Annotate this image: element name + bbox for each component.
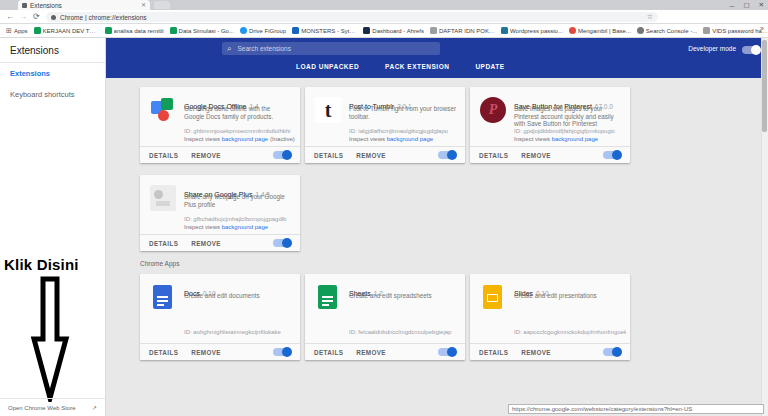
inspect-views: Inspect views background page xyxy=(514,136,598,142)
bookmark-item[interactable]: DAFTAR IDN POKER xyxy=(430,27,495,34)
extensions-sidebar: Extensions Extensions Keyboard shortcuts… xyxy=(0,38,106,416)
page-favicon xyxy=(703,27,710,34)
maximize-icon[interactable]: ▢ xyxy=(743,1,749,9)
extension-id: ID: gpdjojdkbbmdfjfahjcgigfpmkopogic xyxy=(514,128,626,134)
extension-description: Save images and pages to your Pinterest … xyxy=(514,105,622,128)
sidebar-item-keyboard-shortcuts[interactable]: Keyboard shortcuts xyxy=(0,84,105,105)
status-url-tooltip: https://chrome.google.com/webstore/categ… xyxy=(508,404,764,414)
annotation-klik-disini: Klik Disini xyxy=(4,256,79,273)
browser-tab-extensions[interactable]: Extensions ✕ xyxy=(18,0,150,10)
extension-description: Get things done offline with the Google … xyxy=(184,105,292,120)
tumblr-icon: t xyxy=(315,97,341,123)
close-icon[interactable]: ✕ xyxy=(759,1,764,9)
sheets-favicon xyxy=(34,27,41,34)
remove-button[interactable]: REMOVE xyxy=(191,240,221,247)
bookmark-item[interactable]: Data Simulasi - Go... xyxy=(170,27,234,34)
extension-card-share-on-google-plus: Share on Google Plus1.4.5 Share any webp… xyxy=(140,175,300,251)
apps-shortcut[interactable]: ⊞ Apps xyxy=(6,27,28,34)
remove-button[interactable]: REMOVE xyxy=(191,349,221,356)
extensions-page-icon xyxy=(22,3,27,8)
background-page-link[interactable]: background page xyxy=(387,136,433,142)
bookmark-star-icon[interactable]: ☆ xyxy=(647,13,653,21)
details-button[interactable]: DETAILS xyxy=(479,349,508,356)
bookmark-item[interactable]: Wordpress passio... xyxy=(501,27,563,34)
remove-button[interactable]: REMOVE xyxy=(521,152,551,159)
extension-card-google-docs-offline: Google Docs Offline1.4 Get things done o… xyxy=(140,87,300,163)
load-unpacked-button[interactable]: LOAD UNPACKED xyxy=(296,63,359,70)
background-page-link[interactable]: background page xyxy=(222,136,268,142)
enable-toggle[interactable] xyxy=(273,151,291,159)
bookmark-item[interactable]: VIDS password han... xyxy=(703,27,768,34)
remove-button[interactable]: REMOVE xyxy=(521,349,551,356)
extension-id: ID: ghbmnnjooekpmoecnnnilnnbdlolhkhi xyxy=(184,128,296,134)
bookmarks-overflow-icon[interactable]: » xyxy=(760,25,764,32)
open-chrome-web-store-link[interactable]: Open Chrome Web Store ↗ xyxy=(0,398,105,416)
app-card-docs: Docs0.10 Create and edit documents ID: a… xyxy=(140,274,300,360)
extensions-header: ⌕ Developer mode LOAD UNPACKED PACK EXTE… xyxy=(106,38,768,78)
back-icon[interactable]: ← xyxy=(6,12,14,22)
extension-description: Share any webpage on your Google Plus pr… xyxy=(184,193,292,208)
pack-extension-button[interactable]: PACK EXTENSION xyxy=(385,63,449,70)
remove-button[interactable]: REMOVE xyxy=(356,349,386,356)
extension-id: ID: gfbchadbojcjmhajlclbcmpojgpagdlb xyxy=(184,216,296,222)
developer-mode-toggle[interactable] xyxy=(742,46,760,54)
minimize-icon[interactable]: ─ xyxy=(730,2,735,9)
drive-favicon xyxy=(240,27,247,34)
search-input[interactable] xyxy=(235,44,435,53)
bookmark-item[interactable]: Drive FiGroup xyxy=(240,27,286,34)
site-info-icon[interactable] xyxy=(51,15,56,20)
ahrefs-favicon xyxy=(363,27,370,34)
details-button[interactable]: DETAILS xyxy=(149,152,178,159)
sheets-favicon xyxy=(105,27,112,34)
details-button[interactable]: DETAILS xyxy=(149,349,178,356)
update-button[interactable]: UPDATE xyxy=(475,63,504,70)
extension-card-save-button-for-pinterest: P Save Button for Pinterest67.0.0 Save i… xyxy=(470,87,630,163)
address-url: Chrome | chrome://extensions xyxy=(60,14,643,21)
background-page-link[interactable]: background page xyxy=(552,136,598,142)
inspect-views: Inspect views background page xyxy=(184,224,268,230)
enable-toggle[interactable] xyxy=(603,151,621,159)
details-button[interactable]: DETAILS xyxy=(314,349,343,356)
scrollbar-thumb[interactable] xyxy=(762,40,767,132)
sidebar-item-extensions[interactable]: Extensions xyxy=(0,63,105,84)
bookmark-item[interactable]: KERJAAN DEV TRAY xyxy=(34,27,99,34)
inspect-views: Inspect views background page xyxy=(349,136,433,142)
google-docs-offline-icon xyxy=(150,97,176,123)
extension-description: Post to Tumblr right from your browser t… xyxy=(349,105,457,120)
remove-button[interactable]: REMOVE xyxy=(356,152,386,159)
extension-card-post-to-tumblr: t Post to Tumblr2.0.1 Post to Tumblr rig… xyxy=(305,87,465,163)
address-bar[interactable]: Chrome | chrome://extensions ☆ xyxy=(46,12,658,22)
developer-mode-label: Developer mode xyxy=(688,45,736,52)
bookmark-item[interactable]: Search Console -... xyxy=(637,27,697,34)
enable-toggle[interactable] xyxy=(438,348,456,356)
enable-toggle[interactable] xyxy=(273,239,291,247)
sheets-favicon xyxy=(170,27,177,34)
bookmark-item[interactable]: analisa data remitli xyxy=(105,27,164,34)
page-favicon xyxy=(430,27,437,34)
pinterest-icon: P xyxy=(480,97,506,123)
forward-icon[interactable]: → xyxy=(19,12,27,22)
details-button[interactable]: DETAILS xyxy=(314,152,343,159)
new-tab-button[interactable] xyxy=(154,1,170,9)
enable-toggle[interactable] xyxy=(438,151,456,159)
enable-toggle[interactable] xyxy=(273,348,291,356)
bookmark-item[interactable]: Mengambil | Base... xyxy=(569,27,631,34)
search-console-favicon xyxy=(637,27,644,34)
background-page-link[interactable]: background page xyxy=(222,224,268,230)
google-docs-icon xyxy=(153,285,172,309)
reload-icon[interactable]: ⟳ xyxy=(33,12,40,22)
bookmark-item[interactable]: Dashboard - Ahrefs xyxy=(363,27,424,34)
remove-button[interactable]: REMOVE xyxy=(191,152,221,159)
enable-toggle[interactable] xyxy=(603,348,621,356)
app-description: Create and edit documents xyxy=(184,292,292,300)
wordpress-favicon xyxy=(501,27,508,34)
tab-close-icon[interactable]: ✕ xyxy=(141,0,146,10)
page-scrollbar[interactable] xyxy=(761,38,768,416)
details-button[interactable]: DETAILS xyxy=(479,152,508,159)
search-box[interactable]: ⌕ xyxy=(222,42,440,55)
extension-id: ID: ialgjdlafhcmjbmaolgibcgjogdglapo xyxy=(349,128,461,134)
site-favicon xyxy=(292,27,299,34)
app-id: ID: felcaaldnbdncclmgdcncolpebgiejap xyxy=(349,329,461,335)
details-button[interactable]: DETAILS xyxy=(149,240,178,247)
bookmark-item[interactable]: MONSTERS - Sytul... xyxy=(292,27,357,34)
